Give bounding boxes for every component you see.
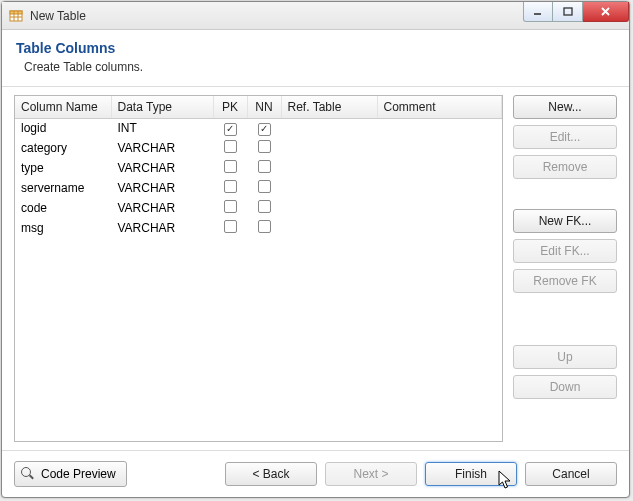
nn-checkbox[interactable] [258,220,271,233]
magnifier-icon [21,467,35,481]
new-button[interactable]: New... [513,95,617,119]
header-ref-table[interactable]: Ref. Table [281,96,377,119]
back-button[interactable]: < Back [225,462,317,486]
table-row[interactable]: codeVARCHAR [15,198,502,218]
cell-pk[interactable] [213,198,247,218]
table-row-empty[interactable] [15,238,502,256]
cell-column-name[interactable]: code [15,198,111,218]
cell-data-type[interactable]: VARCHAR [111,198,213,218]
remove-fk-button[interactable]: Remove FK [513,269,617,293]
table-row[interactable]: servernameVARCHAR [15,178,502,198]
table-row-empty[interactable] [15,310,502,328]
close-button[interactable] [583,2,629,22]
cell-data-type[interactable]: VARCHAR [111,218,213,238]
maximize-button[interactable] [553,2,583,22]
pk-checkbox[interactable] [224,200,237,213]
cell-pk[interactable] [213,138,247,158]
table-row[interactable]: msgVARCHAR [15,218,502,238]
nn-checkbox[interactable] [258,180,271,193]
cell-ref-table[interactable] [281,158,377,178]
cell-column-name[interactable]: servername [15,178,111,198]
cell-comment[interactable] [377,218,502,238]
page-title: Table Columns [16,40,615,56]
cell-nn[interactable] [247,178,281,198]
pk-checkbox[interactable] [224,123,237,136]
pk-checkbox[interactable] [224,180,237,193]
cell-nn[interactable] [247,138,281,158]
cell-comment[interactable] [377,119,502,138]
nn-checkbox[interactable] [258,200,271,213]
cell-pk[interactable] [213,218,247,238]
window-controls [523,2,629,22]
table-row-empty[interactable] [15,292,502,310]
cell-column-name[interactable]: msg [15,218,111,238]
cell-pk[interactable] [213,158,247,178]
edit-button[interactable]: Edit... [513,125,617,149]
spacer [513,185,617,203]
remove-button[interactable]: Remove [513,155,617,179]
page-subtitle: Create Table columns. [16,60,615,74]
cell-column-name[interactable]: category [15,138,111,158]
table-row-empty[interactable] [15,382,502,400]
pk-checkbox[interactable] [224,160,237,173]
table-row[interactable]: typeVARCHAR [15,158,502,178]
cell-ref-table[interactable] [281,138,377,158]
spacer [513,299,617,339]
finish-button[interactable]: Finish [425,462,517,486]
cancel-button[interactable]: Cancel [525,462,617,486]
cell-nn[interactable] [247,198,281,218]
pk-checkbox[interactable] [224,140,237,153]
new-fk-button[interactable]: New FK... [513,209,617,233]
table-row-empty[interactable] [15,364,502,382]
code-preview-button[interactable]: Code Preview [14,461,127,487]
table-row[interactable]: logidINT [15,119,502,138]
cell-comment[interactable] [377,178,502,198]
cell-column-name[interactable]: logid [15,119,111,138]
cell-ref-table[interactable] [281,198,377,218]
cell-comment[interactable] [377,158,502,178]
table-row-empty[interactable] [15,256,502,274]
table-row-empty[interactable] [15,328,502,346]
cell-comment[interactable] [377,138,502,158]
cell-ref-table[interactable] [281,218,377,238]
svg-rect-1 [10,11,22,14]
edit-fk-button[interactable]: Edit FK... [513,239,617,263]
cell-data-type[interactable]: VARCHAR [111,178,213,198]
minimize-button[interactable] [523,2,553,22]
header-data-type[interactable]: Data Type [111,96,213,119]
next-button[interactable]: Next > [325,462,417,486]
cell-nn[interactable] [247,119,281,138]
svg-rect-6 [564,8,572,15]
side-buttons: New... Edit... Remove New FK... Edit FK.… [513,95,617,442]
table-row[interactable]: categoryVARCHAR [15,138,502,158]
header-pk[interactable]: PK [213,96,247,119]
columns-table-wrap[interactable]: Column Name Data Type PK NN Ref. Table C… [14,95,503,442]
cell-data-type[interactable]: VARCHAR [111,158,213,178]
up-button[interactable]: Up [513,345,617,369]
cell-column-name[interactable]: type [15,158,111,178]
nn-checkbox[interactable] [258,123,271,136]
nn-checkbox[interactable] [258,140,271,153]
header-comment[interactable]: Comment [377,96,502,119]
cell-nn[interactable] [247,158,281,178]
down-button[interactable]: Down [513,375,617,399]
cell-nn[interactable] [247,218,281,238]
table-icon [8,8,24,24]
cell-pk[interactable] [213,119,247,138]
columns-table: Column Name Data Type PK NN Ref. Table C… [15,96,502,418]
header-column-name[interactable]: Column Name [15,96,111,119]
nn-checkbox[interactable] [258,160,271,173]
table-row-empty[interactable] [15,400,502,418]
cell-pk[interactable] [213,178,247,198]
cell-data-type[interactable]: VARCHAR [111,138,213,158]
cell-data-type[interactable]: INT [111,119,213,138]
table-row-empty[interactable] [15,274,502,292]
pk-checkbox[interactable] [224,220,237,233]
header-nn[interactable]: NN [247,96,281,119]
cell-ref-table[interactable] [281,178,377,198]
content-area: Column Name Data Type PK NN Ref. Table C… [2,87,629,450]
cell-ref-table[interactable] [281,119,377,138]
dialog-window: New Table Table Columns Create Table col… [1,1,630,498]
table-row-empty[interactable] [15,346,502,364]
cell-comment[interactable] [377,198,502,218]
